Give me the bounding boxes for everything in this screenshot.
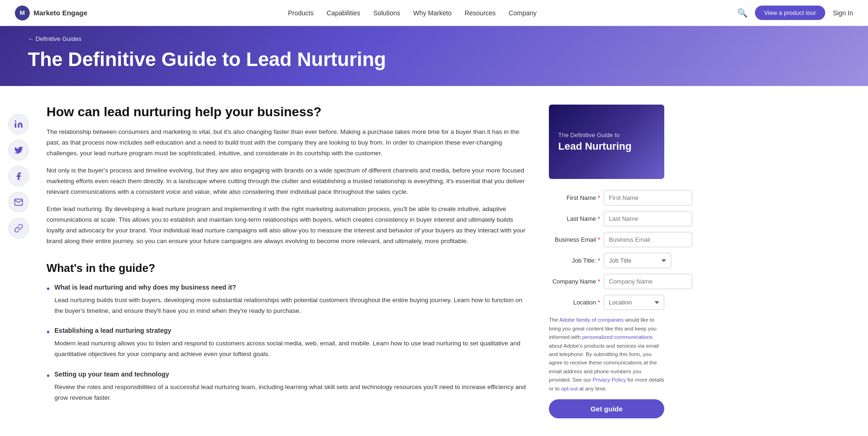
bullet-text-2: Modern lead nurturing allows you to list… [54,340,521,357]
linkedin-icon[interactable] [8,114,29,134]
get-guide-button[interactable]: Get guide [549,399,664,418]
svg-rect-0 [15,123,16,128]
job-title-label: Job Title: * [549,257,600,264]
bullet-text-1: Lead nurturing builds trust with buyers,… [54,297,522,314]
bullet-text-3: Review the roles and responsibilities of… [54,383,526,401]
bullet-content-2: Establishing a lead nurturing strategy M… [54,325,530,360]
guide-cover-subtitle: The Definitive Guide to [558,132,620,139]
list-item: • Setting up your team and technology Re… [47,369,530,403]
personalized-comms-link[interactable]: personalized communications [582,334,653,340]
logo-text: Marketo Engage [33,9,87,17]
content-area: How can lead nurturing help your busines… [37,105,549,418]
section1-p1: The relationship between consumers and m… [47,127,530,159]
view-product-tour-button[interactable]: View a product tour [755,6,826,20]
lead-form: First Name * Last Name * Business Email … [549,190,664,418]
logo[interactable]: M Marketo Engage [15,6,87,20]
nav-link-why-marketo[interactable]: Why Marketo [413,9,451,17]
guide-cover: The Definitive Guide to Lead Nurturing [549,105,664,179]
twitter-icon[interactable] [8,140,29,160]
last-name-group: Last Name * [549,211,664,226]
svg-point-1 [15,120,16,122]
bullet-dot: • [47,325,50,360]
link-icon[interactable] [8,218,29,238]
first-name-input[interactable] [604,190,692,205]
section1-heading: How can lead nurturing help your busines… [47,105,530,119]
logo-icon: M [15,6,30,20]
consent-text: The Adobe family of companies would like… [549,316,664,393]
company-name-label: Company Name * [549,278,600,285]
bullet-dot: • [47,282,50,317]
nav-right: 🔍 View a product tour Sign In [737,6,853,20]
job-title-select[interactable]: Job Title CEO/President VP/Director Mana… [604,253,671,268]
right-panel: The Definitive Guide to Lead Nurturing F… [549,105,679,418]
hero-section: ← Definitive Guides The Definitive Guide… [0,26,868,86]
opt-out-link[interactable]: opt-out [561,386,578,391]
nav-link-solutions[interactable]: Solutions [374,9,401,17]
first-name-group: First Name * [549,190,664,205]
search-icon[interactable]: 🔍 [737,8,748,18]
section1-p3: Enter lead nurturing. By developing a le… [47,204,530,247]
location-select[interactable]: Location United States United Kingdom Ca… [604,295,664,310]
nav-link-company[interactable]: Company [509,9,537,17]
adobe-family-link[interactable]: Adobe family of companies [559,317,623,323]
job-title-group: Job Title: * Job Title CEO/President VP/… [549,253,664,268]
navigation: M Marketo Engage Products Capabilities S… [0,0,868,26]
bullet-content-3: Setting up your team and technology Revi… [54,369,530,403]
last-name-label: Last Name * [549,215,600,222]
last-name-input[interactable] [604,211,692,226]
nav-links: Products Capabilities Solutions Why Mark… [288,9,537,17]
privacy-policy-link[interactable]: Privacy Policy [593,377,626,383]
first-name-label: First Name * [549,194,600,201]
nav-link-products[interactable]: Products [288,9,314,17]
nav-link-resources[interactable]: Resources [465,9,496,17]
bullet-dot: • [47,369,50,403]
location-label: Location * [549,299,600,306]
social-sidebar [0,105,37,418]
email-group: Business Email * [549,232,664,247]
company-name-group: Company Name * [549,274,664,289]
section2-heading: What's in the guide? [47,262,530,275]
list-item: • Establishing a lead nurturing strategy… [47,325,530,360]
bullet-title-2: Establishing a lead nurturing strategy [54,325,530,337]
location-group: Location * Location United States United… [549,295,664,310]
bullet-title-1: What is lead nurturing and why does my b… [54,282,530,293]
guide-cover-title: Lead Nurturing [558,140,632,152]
bullet-list: • What is lead nurturing and why does my… [47,282,530,403]
company-name-input[interactable] [604,274,692,289]
email-input[interactable] [604,232,692,247]
section1-p2: Not only is the buyer's process and time… [47,165,530,198]
main-layout: How can lead nurturing help your busines… [0,86,868,436]
list-item: • What is lead nurturing and why does my… [47,282,530,317]
sign-in-link[interactable]: Sign In [833,9,853,17]
email-label: Business Email * [549,236,600,243]
nav-link-capabilities[interactable]: Capabilities [327,9,360,17]
bullet-title-3: Setting up your team and technology [54,369,530,380]
facebook-icon[interactable] [8,166,29,186]
bullet-content-1: What is lead nurturing and why does my b… [54,282,530,317]
breadcrumb[interactable]: ← Definitive Guides [28,35,840,42]
email-icon[interactable] [8,192,29,212]
page-title: The Definitive Guide to Lead Nurturing [28,48,840,71]
